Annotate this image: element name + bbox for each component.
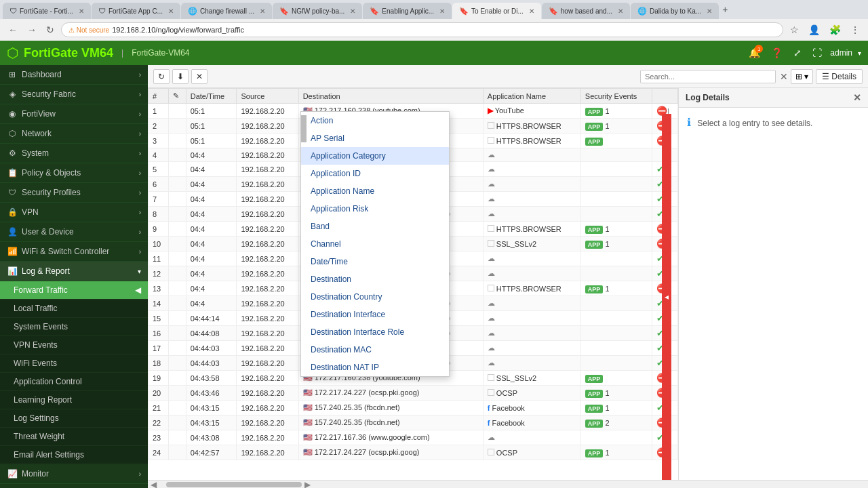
search-clear-icon[interactable]: ✕ (780, 71, 788, 82)
sidebar-item-log-settings[interactable]: Log Settings (0, 409, 148, 428)
sidebar-item-monitor[interactable]: 📈 Monitor › (0, 464, 148, 484)
dropdown-item-app-category[interactable]: Application Category (301, 147, 449, 165)
col-flag[interactable]: ✎ (168, 89, 186, 104)
dropdown-item-ap-serial[interactable]: AP Serial (301, 129, 449, 147)
tab-close-2[interactable]: ✕ (168, 7, 174, 15)
dropdown-item-band[interactable]: Band (301, 218, 449, 235)
search-input[interactable] (640, 70, 776, 83)
side-scroll-bar[interactable]: ◂ (662, 114, 671, 480)
sidebar-item-wifi-switch[interactable]: 📶 WiFi & Switch Controller › (0, 242, 148, 262)
dropdown-item-destination[interactable]: Destination (301, 270, 449, 288)
dropdown-item-app-id[interactable]: Application ID (301, 165, 449, 182)
tab-close-7[interactable]: ✕ (618, 7, 623, 15)
sidebar-item-local-traffic[interactable]: Local Traffic (0, 300, 148, 318)
details-label: Details (831, 72, 856, 81)
sidebar-item-email-alert[interactable]: Email Alert Settings (0, 446, 148, 464)
sidebar-item-policy-objects[interactable]: 📋 Policy & Objects › (0, 163, 148, 183)
fullscreen-button[interactable]: ⛶ (810, 47, 825, 58)
dropdown-item-dst-interface[interactable]: Destination Interface (301, 306, 449, 323)
h-scrollbar-thumb[interactable] (166, 482, 302, 487)
extensions-button[interactable]: 🧩 (827, 23, 844, 37)
sidebar-item-network[interactable]: ⬡ Network › (0, 124, 148, 144)
col-appname[interactable]: Application Name (483, 89, 580, 104)
expand-button[interactable]: ⤢ (791, 47, 804, 58)
col-action[interactable] (652, 89, 678, 104)
details-button[interactable]: ☰ Details (816, 69, 863, 84)
sidebar-item-dashboard[interactable]: ⊞ Dashboard › (0, 65, 148, 85)
col-security[interactable]: Security Events (580, 89, 652, 104)
cell-appname: ☁ (483, 162, 580, 177)
sidebar-item-wifi-events[interactable]: WiFi Events (0, 354, 148, 373)
dropdown-item-app-name[interactable]: Application Name (301, 182, 449, 200)
help-button[interactable]: ❓ (768, 47, 785, 58)
sidebar-item-system-events[interactable]: System Events (0, 318, 148, 336)
refresh-button[interactable]: ↻ (153, 69, 170, 84)
notifications-button[interactable]: 🔔 1 (746, 47, 763, 58)
tab-close-1[interactable]: ✕ (79, 7, 84, 15)
reload-button[interactable]: ↻ (43, 23, 57, 37)
forward-button[interactable]: → (24, 23, 39, 37)
dropdown-item-dst-mac[interactable]: Destination MAC (301, 341, 449, 359)
dropdown-item-action[interactable]: Action (301, 112, 449, 129)
dropdown-item-app-risk[interactable]: Application Risk (301, 200, 449, 218)
log-details-close-button[interactable]: ✕ (853, 92, 861, 103)
browser-tab-3[interactable]: 🌐 Change firewall ... ✕ (181, 3, 272, 19)
sidebar-item-threat-weight[interactable]: Threat Weight (0, 428, 148, 446)
browser-tab-8[interactable]: 🌐 Dalida by to Ka... ✕ (631, 3, 719, 19)
browser-tab-2[interactable]: 🛡 FortiGate App C... ✕ (92, 3, 180, 19)
scroll-left-arrow-icon[interactable]: ◀ (148, 480, 159, 489)
table-row[interactable]: 22 04:43:15 192.168.2.20 🇺🇸 157.240.25.3… (149, 415, 678, 430)
scroll-right-arrow-icon[interactable]: ▶ (302, 480, 313, 489)
tab-close-8[interactable]: ✕ (707, 7, 712, 15)
new-tab-button[interactable]: + (722, 4, 728, 15)
url-bar[interactable]: ⚠ Not secure 192.168.2.10/ng/log/view/fo… (61, 22, 783, 37)
table-row[interactable]: 20 04:43:46 192.168.2.20 🇺🇸 172.217.24.2… (149, 386, 678, 401)
profile-button[interactable]: 👤 (806, 23, 823, 37)
cell-appname: HTTPS.BROWSER (483, 281, 580, 296)
sidebar-item-security-profiles[interactable]: 🛡 Security Profiles › (0, 183, 148, 203)
sidebar-item-user-device[interactable]: 👤 User & Device › (0, 222, 148, 242)
col-num[interactable]: # (149, 89, 169, 104)
admin-label[interactable]: admin (830, 48, 852, 58)
dropdown-item-dst-nat-ip[interactable]: Destination NAT IP (301, 359, 449, 376)
table-row[interactable]: 23 04:43:08 192.168.2.20 🇺🇸 172.217.167.… (149, 430, 678, 445)
browser-tab-1[interactable]: 🛡 FortiGate - Forti... ✕ (3, 3, 91, 19)
table-row[interactable]: 24 04:42:57 192.168.2.20 🇺🇸 172.217.24.2… (149, 445, 678, 460)
sidebar-item-log-report[interactable]: 📊 Log & Report ▾ (0, 262, 148, 281)
clear-button[interactable]: ✕ (191, 69, 208, 84)
sidebar-item-forward-traffic[interactable]: Forward Traffic ◀ (0, 281, 148, 300)
sidebar-item-vpn[interactable]: 🔒 VPN › (0, 203, 148, 222)
tab-close-4[interactable]: ✕ (350, 7, 355, 15)
sidebar-item-application-control[interactable]: Application Control (0, 373, 148, 391)
app-placeholder-icon (488, 137, 494, 144)
tab-close-3[interactable]: ✕ (260, 7, 265, 15)
dropdown-item-dst-country[interactable]: Destination Country (301, 288, 449, 306)
dropdown-item-datetime[interactable]: Date/Time (301, 253, 449, 270)
dropdown-scrollbar[interactable] (301, 115, 307, 142)
sidebar-item-learning-report[interactable]: Learning Report (0, 391, 148, 409)
col-source[interactable]: Source (237, 89, 298, 104)
view-toggle-button[interactable]: ⊞ ▾ (791, 69, 813, 84)
browser-tab-4[interactable]: 🔖 NGfW policy-ba... ✕ (273, 3, 362, 19)
dropdown-item-dst-interface-role[interactable]: Destination Interface Role (301, 323, 449, 341)
browser-tab-7[interactable]: 🔖 how based and... ✕ (542, 3, 630, 19)
back-button[interactable]: ← (5, 23, 20, 37)
sidebar-item-fortiview[interactable]: ◉ FortiView › (0, 104, 148, 124)
sidebar-item-security-fabric[interactable]: ◈ Security Fabric › (0, 85, 148, 104)
sidebar-item-vpn-events[interactable]: VPN Events (0, 336, 148, 354)
col-datetime[interactable]: Date/Time (186, 89, 237, 104)
table-container[interactable]: # ✎ Date/Time Source Destination Applica… (148, 88, 678, 480)
tab-close-5[interactable]: ✕ (439, 7, 445, 15)
sidebar-item-system[interactable]: ⚙ System › (0, 144, 148, 163)
download-button[interactable]: ⬇ (172, 69, 189, 84)
column-dropdown: Action AP Serial Application Category Ap… (300, 111, 450, 377)
bookmark-button[interactable]: ☆ (787, 23, 802, 37)
cell-appname: SSL_SSLv2 (483, 237, 580, 251)
browser-tab-6[interactable]: 🔖 To Enable or Di... ✕ (452, 3, 541, 19)
tab-close-6[interactable]: ✕ (529, 7, 534, 15)
col-destination[interactable]: Destination (298, 89, 483, 104)
browser-tab-5[interactable]: 🔖 Enabling Applic... ✕ (363, 3, 452, 19)
dropdown-item-channel[interactable]: Channel (301, 235, 449, 253)
menu-button[interactable]: ⋮ (848, 23, 863, 37)
table-row[interactable]: 21 04:43:15 192.168.2.20 🇺🇸 157.240.25.3… (149, 401, 678, 415)
